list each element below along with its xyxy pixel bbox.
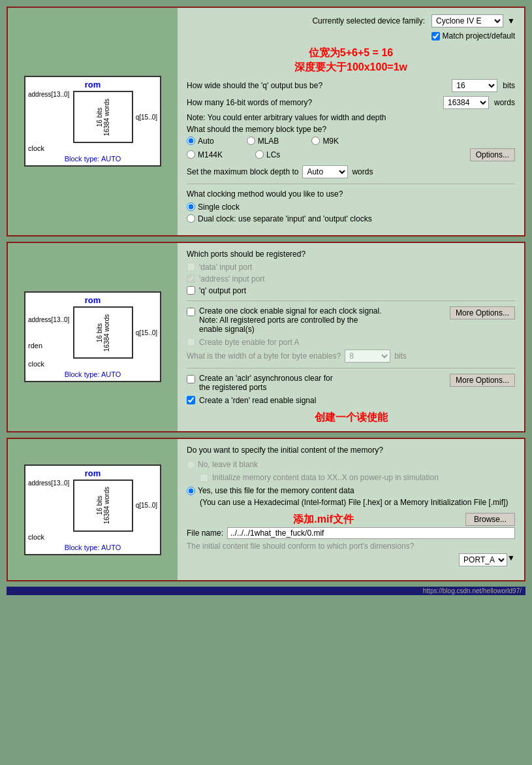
radio-mlab: MLAB [247, 137, 279, 146]
rom-diagram-1: rom address[13..0] 16 bits 16384 words q… [24, 76, 161, 167]
rom-right-labels-1: q[15..0] [136, 91, 157, 143]
address-label-2: address[13..0] [28, 316, 69, 323]
port-data: 'data' input port [187, 263, 515, 272]
radio-m144k-label: M144K [198, 150, 223, 159]
aclr-row: Create an 'aclr' asynchronous clear for … [187, 374, 515, 392]
block-type-label: What should the memory block type be? [187, 125, 515, 134]
depth-select[interactable]: 16384 [443, 96, 489, 109]
init-sim-checkbox[interactable] [200, 474, 208, 482]
clock-enable-checkbox[interactable] [187, 308, 195, 316]
port-select[interactable]: PORT_A [459, 553, 507, 566]
radio-auto: Auto [187, 137, 214, 146]
diagram-2: rom address[13..0] rden 16 bits 16384 wo… [8, 243, 178, 431]
config-1: Currently selected device family: Cyclon… [178, 8, 524, 235]
diagram-3: rom address[13..0] 16 bits 16384 words q… [8, 439, 178, 580]
rom-left-labels-3: address[13..0] [28, 480, 70, 532]
radio-mlab-label: MLAB [258, 137, 279, 146]
radio-single-clock-input[interactable] [187, 203, 195, 211]
match-checkbox[interactable] [431, 32, 440, 41]
init-sim-label: Initialize memory content data to XX..X … [212, 473, 439, 482]
separator-1 [187, 184, 515, 184]
byte-enable-row: Create byte enable for port A [187, 338, 515, 347]
radio-m9k-input[interactable] [311, 137, 320, 145]
clock-label-2: clock [28, 360, 157, 368]
rom-left-labels-1: address[13..0] [28, 91, 70, 143]
radio-m144k-input[interactable] [187, 150, 195, 159]
port-data-label: 'data' input port [199, 263, 252, 272]
ports-label: Which ports should be registered? [187, 250, 515, 259]
init-sim-row: Initialize memory content data to XX..X … [200, 473, 515, 482]
port-select-row: PORT_A ▼ [187, 553, 515, 566]
more-options-btn-1[interactable]: More Options... [450, 306, 515, 319]
rom-diagram-3: rom address[13..0] 16 bits 16384 words q… [24, 464, 161, 555]
rom-left-labels-2: address[13..0] rden [28, 306, 70, 359]
max-depth-row: Set the maximum block depth to Auto word… [187, 165, 515, 178]
address-label-3: address[13..0] [28, 480, 69, 487]
max-depth-unit: words [352, 167, 373, 176]
device-select[interactable]: Cyclone IV E [431, 14, 503, 27]
file-input[interactable] [227, 527, 515, 539]
rom-title-1: rom [28, 80, 157, 90]
browse-btn[interactable]: Browse... [465, 513, 515, 526]
depth-unit: words [494, 98, 515, 107]
initial-label: Do you want to specify the initial conte… [187, 446, 515, 455]
q-label-2: q[15..0] [136, 329, 157, 336]
url-bar: https://blog.csdn.net/helloworld97/ [7, 587, 525, 595]
diagram-1: rom address[13..0] 16 bits 16384 words q… [8, 8, 178, 235]
rden-checkbox[interactable] [187, 396, 195, 404]
byte-width-select[interactable]: 8 [345, 350, 390, 363]
port-q: 'q' output port [187, 286, 515, 295]
aclr-text: Create an 'aclr' asynchronous clear for … [199, 374, 446, 392]
width-unit: bits [503, 81, 515, 90]
config-3: Do you want to specify the initial conte… [178, 439, 524, 580]
radio-dual-clock: Dual clock: use separate 'input' and 'ou… [187, 214, 515, 223]
port-data-checkbox[interactable] [187, 263, 195, 271]
block-type-row2: M144K LCs Options... [187, 148, 515, 161]
radio-dual-clock-input[interactable] [187, 214, 195, 223]
port-address-label: 'address' input port [199, 274, 265, 284]
rom-title-2: rom [28, 295, 157, 305]
address-label-1: address[13..0] [28, 91, 69, 98]
more-options-btn-2[interactable]: More Options... [450, 374, 515, 387]
radio-yes-label: Yes, use this file for the memory conten… [198, 486, 354, 495]
byte-width-unit: bits [394, 351, 407, 361]
radio-m9k-label: M9K [322, 137, 339, 146]
radio-no-label: No, leave it blank [198, 460, 258, 469]
panel-1: rom address[13..0] 16 bits 16384 words q… [7, 7, 525, 236]
clock-radio-group: Single clock Dual clock: use separate 'i… [187, 203, 515, 223]
file-row: File name: [187, 527, 515, 539]
device-label: Currently selected device family: [312, 16, 425, 25]
width-label: How wide should the 'q' output bus be? [187, 81, 448, 90]
port-address-checkbox[interactable] [187, 274, 195, 283]
aclr-checkbox[interactable] [187, 375, 195, 383]
rom-center-text-1: 16 bits 16384 words [96, 99, 110, 136]
radio-lcs: LCs [255, 150, 280, 159]
block-type-2: Block type: AUTO [28, 370, 157, 378]
radio-single-clock: Single clock [187, 203, 515, 212]
port-q-label: 'q' output port [199, 286, 246, 295]
options-btn-1[interactable]: Options... [470, 148, 515, 161]
width-select[interactable]: 16 [452, 79, 497, 92]
radio-lcs-label: LCs [266, 150, 280, 159]
radio-no-input[interactable] [187, 461, 195, 469]
note-text: Note: You could enter arbitrary values f… [187, 113, 515, 122]
port-dimensions-label: The initial content file should conform … [187, 542, 515, 551]
annotation-line2: 深度要大于100x100=1w [187, 60, 515, 74]
radio-mlab-input[interactable] [247, 137, 255, 145]
dropdown-icon: ▼ [507, 16, 515, 25]
clock-label-3: clock [28, 533, 157, 541]
port-q-checkbox[interactable] [187, 286, 195, 295]
max-depth-select[interactable]: Auto [302, 165, 348, 178]
byte-enable-checkbox[interactable] [187, 338, 195, 346]
radio-lcs-input[interactable] [255, 150, 264, 159]
radio-yes-input[interactable] [187, 487, 195, 495]
radio-auto-input[interactable] [187, 137, 195, 145]
clock-label-1: clock [28, 144, 157, 152]
more-options-1: More Options... [450, 306, 515, 319]
port-address: 'address' input port [187, 274, 515, 284]
separator-2 [187, 301, 515, 301]
rom-right-labels-2: q[15..0] [136, 306, 157, 359]
block-type-row1: Auto MLAB M9K [187, 137, 515, 146]
radio-yes: Yes, use this file for the memory conten… [187, 486, 515, 495]
byte-width-label: What is the width of a byte for byte ena… [187, 351, 341, 361]
